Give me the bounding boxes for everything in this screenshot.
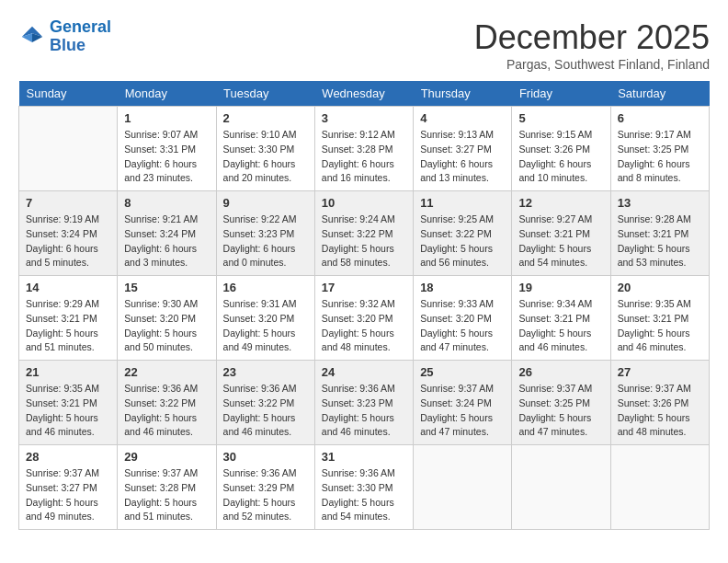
- calendar-cell: 10Sunrise: 9:24 AMSunset: 3:22 PMDayligh…: [314, 191, 413, 276]
- month-title: December 2025: [474, 18, 710, 57]
- day-number: 15: [124, 281, 209, 294]
- header-saturday: Saturday: [610, 81, 709, 107]
- day-number: 13: [618, 196, 702, 210]
- calendar-cell: [512, 445, 610, 530]
- calendar-cell: 8Sunrise: 9:21 AMSunset: 3:24 PMDaylight…: [118, 191, 216, 276]
- day-info: Sunrise: 9:36 AMSunset: 3:22 PMDaylight:…: [124, 382, 209, 440]
- calendar-cell: 7Sunrise: 9:19 AMSunset: 3:24 PMDaylight…: [19, 191, 118, 276]
- calendar-cell: 1Sunrise: 9:07 AMSunset: 3:31 PMDaylight…: [118, 107, 216, 191]
- week-row-1: 1Sunrise: 9:07 AMSunset: 3:31 PMDaylight…: [19, 107, 710, 191]
- calendar-cell: 3Sunrise: 9:12 AMSunset: 3:28 PMDaylight…: [314, 107, 413, 191]
- day-info: Sunrise: 9:07 AMSunset: 3:31 PMDaylight:…: [124, 128, 209, 186]
- day-number: 28: [26, 450, 110, 464]
- week-row-5: 28Sunrise: 9:37 AMSunset: 3:27 PMDayligh…: [19, 445, 710, 530]
- logo: General Blue: [18, 18, 111, 55]
- day-info: Sunrise: 9:33 AMSunset: 3:20 PMDaylight:…: [420, 297, 505, 355]
- day-number: 4: [420, 111, 505, 125]
- calendar-cell: 11Sunrise: 9:25 AMSunset: 3:22 PMDayligh…: [414, 191, 512, 276]
- location: Pargas, Southwest Finland, Finland: [474, 57, 710, 72]
- calendar-cell: 28Sunrise: 9:37 AMSunset: 3:27 PMDayligh…: [19, 445, 118, 530]
- calendar-cell: 18Sunrise: 9:33 AMSunset: 3:20 PMDayligh…: [414, 276, 512, 361]
- calendar-cell: 4Sunrise: 9:13 AMSunset: 3:27 PMDaylight…: [414, 107, 512, 191]
- header-monday: Monday: [118, 81, 216, 107]
- day-number: 26: [518, 365, 603, 379]
- day-info: Sunrise: 9:19 AMSunset: 3:24 PMDaylight:…: [26, 213, 110, 270]
- page-header: General Blue December 2025 Pargas, South…: [18, 18, 710, 72]
- day-info: Sunrise: 9:31 AMSunset: 3:20 PMDaylight:…: [223, 297, 308, 355]
- day-info: Sunrise: 9:34 AMSunset: 3:21 PMDaylight:…: [518, 297, 603, 355]
- day-info: Sunrise: 9:24 AMSunset: 3:22 PMDaylight:…: [322, 213, 406, 270]
- day-info: Sunrise: 9:36 AMSunset: 3:29 PMDaylight:…: [223, 466, 308, 524]
- calendar-cell: 24Sunrise: 9:36 AMSunset: 3:23 PMDayligh…: [314, 361, 413, 445]
- calendar-cell: [610, 445, 709, 530]
- day-number: 24: [322, 365, 406, 379]
- calendar-cell: 22Sunrise: 9:36 AMSunset: 3:22 PMDayligh…: [118, 361, 216, 445]
- day-number: 2: [223, 111, 308, 125]
- calendar-cell: 17Sunrise: 9:32 AMSunset: 3:20 PMDayligh…: [314, 276, 413, 361]
- day-number: 23: [223, 365, 308, 379]
- calendar-cell: 9Sunrise: 9:22 AMSunset: 3:23 PMDaylight…: [216, 191, 314, 276]
- header-tuesday: Tuesday: [216, 81, 314, 107]
- day-number: 27: [618, 365, 702, 379]
- day-info: Sunrise: 9:22 AMSunset: 3:23 PMDaylight:…: [223, 213, 308, 270]
- calendar-cell: 19Sunrise: 9:34 AMSunset: 3:21 PMDayligh…: [512, 276, 610, 361]
- calendar-cell: 5Sunrise: 9:15 AMSunset: 3:26 PMDaylight…: [512, 107, 610, 191]
- day-info: Sunrise: 9:37 AMSunset: 3:25 PMDaylight:…: [518, 382, 603, 440]
- calendar-table: SundayMondayTuesdayWednesdayThursdayFrid…: [18, 81, 710, 530]
- day-number: 21: [26, 365, 110, 379]
- day-info: Sunrise: 9:35 AMSunset: 3:21 PMDaylight:…: [26, 382, 110, 440]
- calendar-cell: 30Sunrise: 9:36 AMSunset: 3:29 PMDayligh…: [216, 445, 314, 530]
- day-info: Sunrise: 9:37 AMSunset: 3:27 PMDaylight:…: [26, 466, 110, 524]
- day-number: 29: [124, 450, 209, 464]
- day-info: Sunrise: 9:37 AMSunset: 3:26 PMDaylight:…: [618, 382, 702, 440]
- day-number: 6: [618, 111, 702, 125]
- calendar-cell: 13Sunrise: 9:28 AMSunset: 3:21 PMDayligh…: [610, 191, 709, 276]
- day-info: Sunrise: 9:36 AMSunset: 3:30 PMDaylight:…: [322, 466, 406, 524]
- calendar-cell: 12Sunrise: 9:27 AMSunset: 3:21 PMDayligh…: [512, 191, 610, 276]
- calendar-cell: 26Sunrise: 9:37 AMSunset: 3:25 PMDayligh…: [512, 361, 610, 445]
- day-number: 1: [124, 111, 209, 125]
- calendar-cell: 15Sunrise: 9:30 AMSunset: 3:20 PMDayligh…: [118, 276, 216, 361]
- day-info: Sunrise: 9:28 AMSunset: 3:21 PMDaylight:…: [618, 213, 702, 270]
- day-info: Sunrise: 9:36 AMSunset: 3:23 PMDaylight:…: [322, 382, 406, 440]
- day-number: 25: [420, 365, 505, 379]
- day-number: 8: [124, 196, 209, 210]
- day-info: Sunrise: 9:12 AMSunset: 3:28 PMDaylight:…: [322, 128, 406, 186]
- day-number: 19: [518, 281, 603, 294]
- calendar-cell: 14Sunrise: 9:29 AMSunset: 3:21 PMDayligh…: [19, 276, 118, 361]
- calendar-header-row: SundayMondayTuesdayWednesdayThursdayFrid…: [19, 81, 710, 107]
- day-info: Sunrise: 9:37 AMSunset: 3:28 PMDaylight:…: [124, 466, 209, 524]
- day-info: Sunrise: 9:29 AMSunset: 3:21 PMDaylight:…: [26, 297, 110, 355]
- day-info: Sunrise: 9:30 AMSunset: 3:20 PMDaylight:…: [124, 297, 209, 355]
- day-number: 3: [322, 111, 406, 125]
- day-info: Sunrise: 9:13 AMSunset: 3:27 PMDaylight:…: [420, 128, 505, 186]
- day-number: 17: [322, 281, 406, 294]
- day-info: Sunrise: 9:10 AMSunset: 3:30 PMDaylight:…: [223, 128, 308, 186]
- calendar-cell: 29Sunrise: 9:37 AMSunset: 3:28 PMDayligh…: [118, 445, 216, 530]
- logo-text: General Blue: [50, 18, 111, 55]
- calendar-cell: [19, 107, 118, 191]
- week-row-2: 7Sunrise: 9:19 AMSunset: 3:24 PMDaylight…: [19, 191, 710, 276]
- day-info: Sunrise: 9:37 AMSunset: 3:24 PMDaylight:…: [420, 382, 505, 440]
- day-info: Sunrise: 9:17 AMSunset: 3:25 PMDaylight:…: [618, 128, 702, 186]
- calendar-cell: 23Sunrise: 9:36 AMSunset: 3:22 PMDayligh…: [216, 361, 314, 445]
- day-number: 14: [26, 281, 110, 294]
- day-number: 16: [223, 281, 308, 294]
- day-number: 30: [223, 450, 308, 464]
- day-number: 11: [420, 196, 505, 210]
- calendar-cell: 25Sunrise: 9:37 AMSunset: 3:24 PMDayligh…: [414, 361, 512, 445]
- day-number: 22: [124, 365, 209, 379]
- day-info: Sunrise: 9:32 AMSunset: 3:20 PMDaylight:…: [322, 297, 406, 355]
- day-number: 31: [322, 450, 406, 464]
- day-number: 9: [223, 196, 308, 210]
- header-wednesday: Wednesday: [314, 81, 413, 107]
- calendar-cell: 21Sunrise: 9:35 AMSunset: 3:21 PMDayligh…: [19, 361, 118, 445]
- day-number: 18: [420, 281, 505, 294]
- logo-icon: [18, 23, 46, 51]
- day-number: 10: [322, 196, 406, 210]
- week-row-4: 21Sunrise: 9:35 AMSunset: 3:21 PMDayligh…: [19, 361, 710, 445]
- calendar-cell: 16Sunrise: 9:31 AMSunset: 3:20 PMDayligh…: [216, 276, 314, 361]
- day-number: 7: [26, 196, 110, 210]
- day-info: Sunrise: 9:15 AMSunset: 3:26 PMDaylight:…: [518, 128, 603, 186]
- week-row-3: 14Sunrise: 9:29 AMSunset: 3:21 PMDayligh…: [19, 276, 710, 361]
